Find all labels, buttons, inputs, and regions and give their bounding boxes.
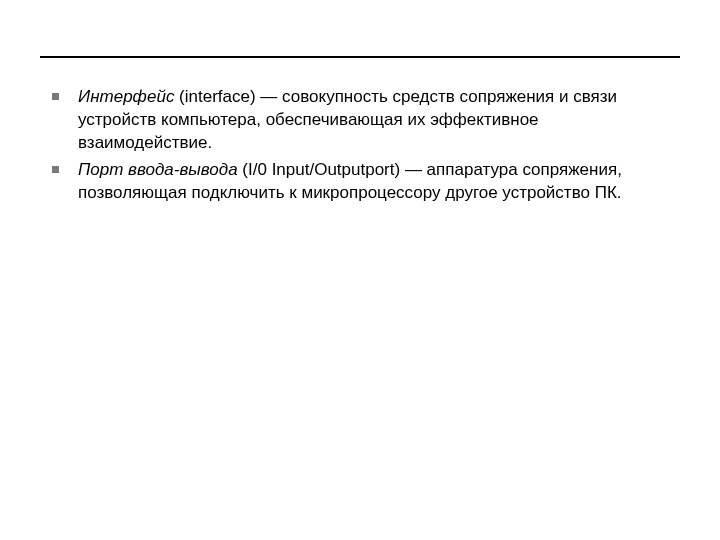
term: Интерфейс (78, 87, 174, 106)
list-item: Порт ввода-вывода (I/0 Input/Outputport)… (50, 159, 660, 205)
horizontal-rule (40, 56, 680, 58)
list-item: Интерфейс (interface) — совокупность сре… (50, 86, 660, 155)
square-bullet-icon (52, 93, 59, 100)
term: Порт ввода-вывода (78, 160, 238, 179)
slide: Интерфейс (interface) — совокупность сре… (0, 0, 720, 540)
square-bullet-icon (52, 166, 59, 173)
bullet-list: Интерфейс (interface) — совокупность сре… (40, 86, 680, 205)
